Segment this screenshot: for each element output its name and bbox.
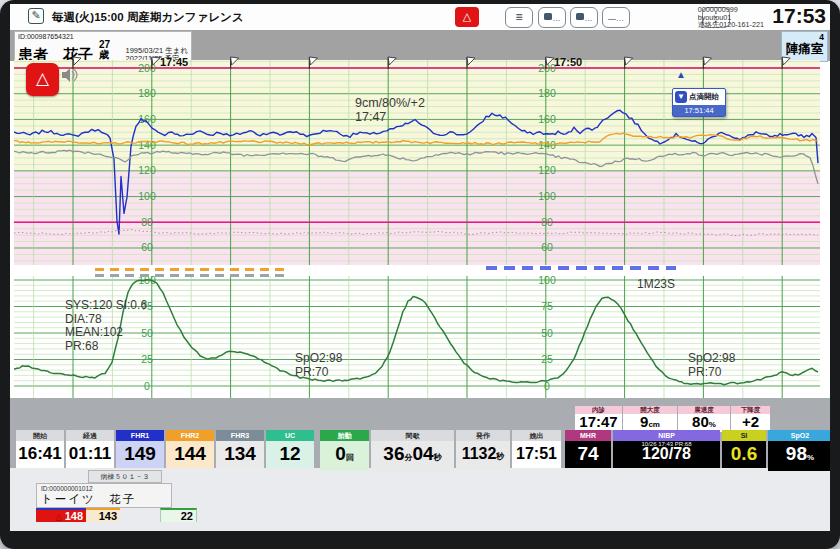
menu-button[interactable]: ≡ — [505, 7, 533, 28]
event-marker-gray — [95, 274, 287, 277]
panel-naishin: 内診17:47 — [575, 406, 622, 430]
record-menu-button[interactable]: … — [538, 7, 566, 28]
panel-fhr2: FHR2144 — [166, 430, 214, 468]
bed-number: 4 — [785, 33, 824, 42]
dash-icon: — — [608, 14, 616, 23]
bedside-patient-id: ID:000000001012 — [41, 485, 167, 492]
svg-text:180: 180 — [538, 87, 556, 99]
top-bar: ✎ 毎週(火)15:00 周産期カンファレンス △ ≡ … … —… ⋮ 000… — [10, 4, 830, 30]
event-pin-icon: ▲ — [676, 69, 686, 80]
svg-text:140: 140 — [138, 139, 156, 151]
panel-si: SI0.6 — [722, 430, 766, 468]
ctg-chart-area[interactable]: 2001801601401201008060100755025020018016… — [14, 56, 820, 402]
svg-text:100: 100 — [138, 190, 156, 202]
panel-mhr: MHR74 — [565, 430, 611, 468]
tools-menu-button[interactable]: —… — [602, 7, 630, 28]
bedside-patient-name: トーイツ 花子 — [41, 492, 167, 507]
duration-annotation: 1M23S — [637, 278, 675, 292]
svg-text:160: 160 — [538, 113, 556, 125]
exam-panel-row: 内診17:47 開大度9cm 展退度80% 下降度+2 — [575, 406, 771, 430]
time-label-1745: 17:45 — [160, 56, 188, 68]
svg-text:50: 50 — [541, 327, 553, 339]
panel-start: 開始16:41 — [16, 430, 64, 468]
bedside-fhr2-value: 143 — [86, 508, 120, 522]
contact-number: 連絡先0120-161-221 — [698, 21, 764, 29]
svg-text:80: 80 — [541, 216, 553, 228]
panel-duration: 発作1132秒 — [456, 430, 510, 468]
panel-fhr3: FHR3134 — [216, 430, 264, 468]
event-marker-blue — [486, 266, 676, 270]
event-label: 点滴開始 — [689, 92, 719, 102]
device-info: 0000000999 byoutou01 連絡先0120-161-221 — [698, 6, 764, 29]
panel-elapsed: 経過01:11 — [66, 430, 114, 468]
monitor-screen: ✎ 毎週(火)15:00 周産期カンファレンス △ ≡ … … —… ⋮ 000… — [10, 4, 830, 531]
speaker-icon — [61, 67, 79, 83]
alarm-mute-button[interactable]: △ — [455, 7, 479, 27]
svg-text:180: 180 — [138, 87, 156, 99]
panel-fhr1: FHR1149 — [116, 430, 164, 468]
bedside-values[interactable]: △ 148 143 22 — [36, 508, 197, 522]
clock: 17:53 — [772, 4, 826, 28]
svg-text:75: 75 — [541, 300, 553, 312]
svg-text:80: 80 — [141, 216, 153, 228]
panel-spo2: SpO298% — [768, 430, 830, 468]
svg-text:100: 100 — [538, 274, 556, 286]
hamburger-icon: ≡ — [515, 10, 522, 24]
bedside-uc-value: 22 — [160, 508, 197, 522]
svg-text:25: 25 — [141, 353, 153, 365]
bedside-alarm-icon: △ — [55, 513, 61, 522]
memo-icon[interactable]: ✎ — [28, 8, 44, 24]
schedule-note: 毎週(火)15:00 周産期カンファレンス — [52, 10, 244, 25]
record-icon — [544, 13, 552, 20]
panel-uc: UC12 — [266, 430, 314, 468]
panel-nibp: NIBP10/26 17:43 PR:68120/78 — [613, 430, 720, 468]
alarm-triangle-icon: △ — [463, 10, 471, 22]
cervix-annotation: 9cm/80%/+2 17:47 — [355, 97, 425, 124]
panel-delivery: 娩出17:51 — [512, 430, 561, 468]
nibp-annotation: SYS:120 SI:0.6 DIA:78 MEAN:102 PR:68 — [65, 299, 147, 353]
svg-text:120: 120 — [138, 164, 156, 176]
spo2-annotation-left: SpO2:98 PR:70 — [295, 352, 342, 379]
svg-text:100: 100 — [538, 190, 556, 202]
chart-alarm-icon[interactable]: △ — [26, 63, 59, 96]
settings-icon — [576, 13, 584, 20]
event-callout[interactable]: ▼点滴開始 17:51:44 — [672, 88, 726, 117]
event-marker-orange — [95, 268, 287, 271]
panel-interval: 間歇36分04秒 — [371, 430, 454, 468]
spo2-annotation-right: SpO2:98 PR:70 — [688, 352, 735, 379]
event-time: 17:51:44 — [673, 105, 725, 116]
bedside-tile[interactable]: ID:000000001012 トーイツ 花子 — [36, 483, 172, 508]
svg-text:60: 60 — [141, 241, 153, 253]
room-name: 陣痛室 — [785, 42, 824, 57]
panel-tentaido: 展退度80% — [678, 406, 730, 430]
panel-kakodo: 下降度+2 — [731, 406, 770, 430]
iv-drip-icon: ▼ — [675, 91, 687, 103]
svg-text:25: 25 — [541, 353, 553, 365]
stats-panel-row: 開始16:41 経過01:11 FHR1149 FHR2144 FHR3134 … — [16, 430, 830, 468]
settings-menu-button[interactable]: … — [570, 7, 598, 28]
svg-text:120: 120 — [538, 164, 556, 176]
time-label-1750: 17:50 — [554, 56, 582, 68]
panel-fetal-movement: 胎動0回 — [320, 430, 369, 468]
panel-kaidaido: 開大度9cm — [623, 406, 677, 430]
svg-text:0: 0 — [144, 380, 150, 392]
svg-text:60: 60 — [541, 241, 553, 253]
ward-tab[interactable]: 病棟５０１－３ — [88, 470, 162, 483]
fetal-monitor: ✎ 毎週(火)15:00 周産期カンファレンス △ ≡ … … —… ⋮ 000… — [0, 0, 840, 549]
bedside-fhr1-value: △ 148 — [36, 508, 86, 522]
